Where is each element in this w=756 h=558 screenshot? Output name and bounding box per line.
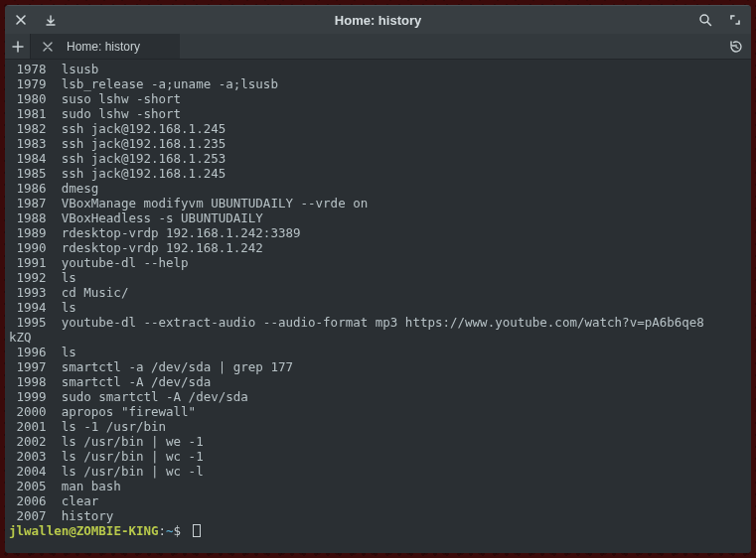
history-line: 2005 man bash — [9, 479, 747, 493]
prompt-colon: : — [159, 523, 167, 538]
history-line: 2004 ls /usr/bin | wc -l — [9, 464, 747, 479]
history-line: 1983 ssh jack@192.168.1.235 — [9, 136, 747, 151]
history-line: 1986 dmesg — [9, 181, 747, 196]
history-line: 2000 apropos "firewall" — [9, 404, 747, 419]
history-line: 1994 ls — [9, 300, 747, 315]
terminal-output[interactable]: 1978 lsusb 1979 lsb_release -a;uname -a;… — [5, 60, 751, 553]
terminal-window: Home: history Home: history 1978 lsusb 1… — [5, 5, 751, 553]
history-line: 1996 ls — [9, 345, 747, 359]
window-title: Home: history — [5, 13, 751, 28]
tab-active[interactable]: Home: history — [31, 34, 180, 59]
history-line: 1987 VBoxManage modifyvm UBUNTUDAILY --v… — [9, 196, 747, 210]
history-line: 1999 sudo smartctl -A /dev/sda — [9, 389, 747, 404]
history-line: 2006 clear — [9, 493, 747, 508]
history-line: 1990 rdesktop-vrdp 192.168.1.242 — [9, 240, 747, 255]
history-line: 1997 smartctl -a /dev/sda | grep 177 — [9, 359, 747, 374]
tabbar-spacer — [180, 34, 721, 59]
history-line: 1980 suso lshw -short — [9, 91, 747, 106]
prompt-path: ~ — [166, 523, 174, 538]
history-line: 1991 youtube-dl --help — [9, 255, 747, 270]
history-line: 1988 VBoxHeadless -s UBUNTUDAILY — [9, 210, 747, 225]
history-line: 1984 ssh jack@192.168.1.253 — [9, 151, 747, 166]
history-line: 1993 cd Music/ — [9, 285, 747, 300]
prompt-host: ZOMBIE-KING — [76, 523, 159, 538]
history-line: 1979 lsb_release -a;uname -a;lsusb — [9, 76, 747, 91]
history-line: 1978 lsusb — [9, 62, 747, 76]
history-line: 2003 ls /usr/bin | wc -1 — [9, 449, 747, 464]
prompt[interactable]: jlwallen@ZOMBIE-KING:~$ — [9, 523, 747, 538]
cursor — [193, 524, 201, 537]
history-line: 1989 rdesktop-vrdp 192.168.1.242:3389 — [9, 225, 747, 240]
history-line: 1981 sudo lshw -short — [9, 106, 747, 121]
history-line: 1982 ssh jack@192.168.1.245 — [9, 121, 747, 136]
history-line: 1998 smartctl -A /dev/sda — [9, 374, 747, 389]
history-line: 2002 ls /usr/bin | we -1 — [9, 434, 747, 449]
history-line: 2001 ls -1 /usr/bin — [9, 419, 747, 434]
tab-close-icon[interactable] — [41, 40, 55, 54]
search-icon[interactable] — [697, 12, 713, 28]
history-line: 1985 ssh jack@192.168.1.245 — [9, 166, 747, 181]
titlebar: Home: history — [5, 6, 751, 34]
prompt-at: @ — [69, 523, 76, 538]
prompt-symbol: $ — [174, 523, 189, 538]
tab-history-icon[interactable] — [721, 34, 751, 59]
history-line: 1995 youtube-dl --extract-audio --audio-… — [9, 315, 747, 330]
tab-bar: Home: history — [5, 34, 751, 60]
history-line: 2007 history — [9, 508, 747, 523]
tab-label: Home: history — [63, 40, 170, 54]
new-tab-button[interactable] — [5, 34, 31, 59]
history-line: 1992 ls — [9, 270, 747, 285]
minimize-icon[interactable] — [43, 12, 59, 28]
maximize-icon[interactable] — [727, 12, 743, 28]
history-line-wrap: kZQ — [9, 330, 747, 345]
close-window-icon[interactable] — [13, 12, 29, 28]
prompt-user: jlwallen — [9, 523, 69, 538]
